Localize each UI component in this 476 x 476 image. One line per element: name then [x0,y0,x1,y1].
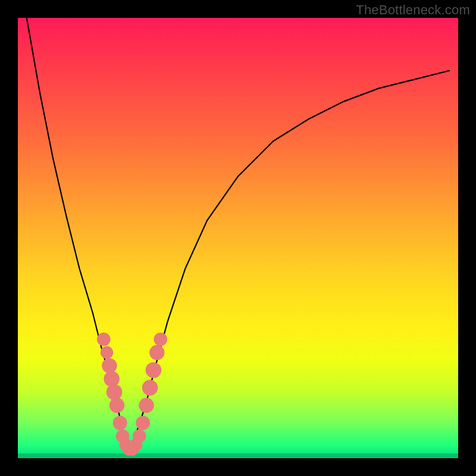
curve-marker [101,346,113,359]
curve-marker [139,398,154,413]
plot-area [18,18,458,458]
curve-marker [133,430,146,443]
curve-marker [104,371,120,387]
curve-marker [109,398,124,413]
curve-marker [136,416,150,430]
watermark-text: TheBottleneck.com [356,2,470,18]
curve-marker [102,358,117,373]
curve-marker [154,333,168,346]
bottleneck-curve [27,18,449,449]
chart-svg [18,18,458,458]
marker-group [97,333,167,456]
curve-marker [142,380,158,396]
curve-marker [146,362,162,378]
curve-marker [113,416,127,430]
chart-frame: TheBottleneck.com [0,0,476,476]
curve-marker [107,384,123,400]
curve-marker [149,345,164,360]
curve-marker [97,333,111,346]
